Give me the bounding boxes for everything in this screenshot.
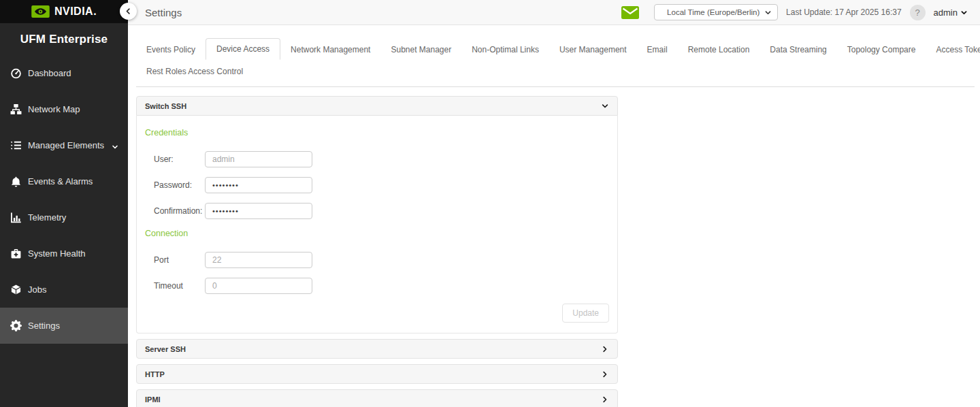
accordion-ipmi[interactable]: IPMI bbox=[136, 389, 618, 407]
sidebar-item-telemetry[interactable]: Telemetry bbox=[0, 199, 128, 235]
update-button[interactable]: Update bbox=[562, 304, 609, 323]
user-menu[interactable]: admin bbox=[934, 7, 968, 18]
timeout-field-row: Timeout bbox=[154, 278, 609, 294]
tab-device-access[interactable]: Device Access bbox=[206, 38, 280, 60]
button-row: Update bbox=[145, 304, 609, 323]
timeout-input[interactable] bbox=[205, 278, 312, 294]
confirmation-label: Confirmation: bbox=[154, 206, 205, 216]
tab-bar-row2: Rest Roles Access Control bbox=[136, 61, 975, 82]
user-field-row: User: bbox=[154, 151, 609, 167]
nvidia-eye-icon bbox=[31, 5, 50, 18]
sidebar-item-settings[interactable]: Settings bbox=[0, 308, 128, 344]
bell-icon bbox=[10, 176, 22, 187]
tab-remote-location[interactable]: Remote Location bbox=[678, 39, 760, 60]
chevron-right-icon bbox=[601, 370, 609, 378]
sidebar-item-label: Settings bbox=[28, 321, 60, 331]
accordion-title: HTTP bbox=[145, 370, 601, 378]
product-strip: UFM Enterprise bbox=[0, 23, 128, 55]
timezone-selected-value: Local Time (Europe/Berlin) bbox=[667, 8, 764, 16]
help-question-mark: ? bbox=[915, 7, 919, 18]
topbar: Settings Local Time (Europe/Berlin) Last… bbox=[128, 0, 980, 25]
last-update-text: Last Update: 17 Apr 2025 16:37 bbox=[786, 7, 901, 17]
user-input[interactable] bbox=[205, 151, 312, 167]
tab-access-tokens[interactable]: Access Tokens bbox=[926, 39, 980, 60]
chevron-down-icon bbox=[764, 9, 772, 16]
sidebar-item-label: Jobs bbox=[28, 284, 46, 295]
chevron-down-icon bbox=[960, 9, 968, 16]
port-label: Port bbox=[154, 255, 205, 265]
help-button[interactable]: ? bbox=[910, 5, 926, 20]
timezone-select[interactable]: Local Time (Europe/Berlin) bbox=[654, 4, 778, 20]
nvidia-wordmark: NVIDIA. bbox=[54, 5, 97, 18]
password-label: Password: bbox=[154, 180, 205, 190]
tab-email[interactable]: Email bbox=[637, 39, 678, 60]
product-name: UFM Enterprise bbox=[20, 33, 108, 46]
accordion-server-ssh[interactable]: Server SSH bbox=[136, 339, 618, 359]
confirmation-input[interactable] bbox=[205, 203, 312, 219]
chevron-down-icon[interactable] bbox=[111, 142, 119, 154]
sidebar-item-jobs[interactable]: Jobs bbox=[0, 272, 128, 308]
health-kit-icon bbox=[10, 248, 22, 259]
tab-events-policy[interactable]: Events Policy bbox=[136, 39, 206, 60]
topbar-right: Local Time (Europe/Berlin) Last Update: … bbox=[621, 4, 980, 20]
accordion-title: Server SSH bbox=[145, 345, 601, 353]
sidebar-item-managed-elements[interactable]: Managed Elements bbox=[0, 127, 128, 163]
tab-topology-compare[interactable]: Topology Compare bbox=[837, 39, 926, 60]
page-title: Settings bbox=[145, 7, 182, 18]
tab-non-optimal-links[interactable]: Non-Optimal Links bbox=[461, 39, 549, 60]
dashboard-icon bbox=[10, 67, 22, 79]
password-input[interactable] bbox=[205, 177, 312, 193]
chevron-left-icon bbox=[125, 7, 132, 15]
connection-heading: Connection bbox=[145, 229, 609, 238]
credentials-heading: Credentials bbox=[145, 128, 609, 137]
managed-elements-icon bbox=[10, 140, 22, 151]
port-input[interactable] bbox=[205, 252, 312, 268]
nvidia-logo: NVIDIA. bbox=[0, 0, 128, 23]
tab-user-management[interactable]: User Management bbox=[549, 39, 637, 60]
chevron-right-icon bbox=[601, 395, 609, 404]
tab-network-management[interactable]: Network Management bbox=[280, 39, 380, 60]
tab-data-streaming[interactable]: Data Streaming bbox=[760, 39, 836, 60]
user-label: User: bbox=[154, 154, 205, 164]
sidebar-item-events-alarms[interactable]: Events & Alarms bbox=[0, 163, 128, 199]
sidebar-item-label: Telemetry bbox=[28, 212, 66, 223]
mail-icon[interactable] bbox=[621, 6, 639, 19]
chevron-right-icon bbox=[601, 345, 609, 353]
switch-ssh-panel: Credentials User: Password: Confirmation… bbox=[136, 116, 618, 333]
sidebar-item-system-health[interactable]: System Health bbox=[0, 235, 128, 272]
tab-bar: Events Policy Device Access Network Mana… bbox=[136, 38, 975, 60]
sidebar-item-network-map[interactable]: Network Map bbox=[0, 91, 128, 127]
sidebar-item-label: Network Map bbox=[28, 104, 80, 114]
main-area: Settings Local Time (Europe/Berlin) Last… bbox=[128, 0, 980, 407]
sidebar-item-label: Events & Alarms bbox=[28, 176, 93, 186]
accordion-title: Switch SSH bbox=[145, 102, 601, 110]
password-field-row: Password: bbox=[154, 177, 609, 193]
sidebar: NVIDIA. UFM Enterprise Dashboard Network… bbox=[0, 0, 128, 407]
user-name: admin bbox=[934, 7, 958, 18]
cube-icon bbox=[10, 284, 22, 295]
confirmation-field-row: Confirmation: bbox=[154, 203, 609, 219]
network-map-icon bbox=[10, 103, 22, 115]
sidebar-item-label: Managed Elements bbox=[28, 140, 104, 150]
sidebar-item-label: Dashboard bbox=[28, 68, 71, 78]
sidebar-nav: Dashboard Network Map Managed Elements E… bbox=[0, 55, 128, 344]
telemetry-icon bbox=[10, 212, 22, 223]
gear-icon bbox=[10, 320, 22, 331]
settings-content: Events Policy Device Access Network Mana… bbox=[128, 38, 980, 407]
tab-rest-roles-access-control[interactable]: Rest Roles Access Control bbox=[136, 61, 253, 82]
device-access-accordions: Switch SSH Credentials User: Password: C… bbox=[136, 96, 618, 407]
accordion-title: IPMI bbox=[145, 395, 601, 404]
tab-subnet-manager[interactable]: Subnet Manager bbox=[380, 39, 461, 60]
sidebar-item-label: System Health bbox=[28, 248, 86, 259]
tabs-divider bbox=[136, 86, 975, 87]
timeout-label: Timeout bbox=[154, 281, 205, 291]
accordion-switch-ssh[interactable]: Switch SSH bbox=[136, 96, 618, 116]
chevron-down-icon bbox=[601, 102, 609, 110]
port-field-row: Port bbox=[154, 252, 609, 268]
sidebar-item-dashboard[interactable]: Dashboard bbox=[0, 55, 128, 91]
collapse-sidebar-button[interactable] bbox=[120, 3, 137, 20]
accordion-http[interactable]: HTTP bbox=[136, 364, 618, 384]
